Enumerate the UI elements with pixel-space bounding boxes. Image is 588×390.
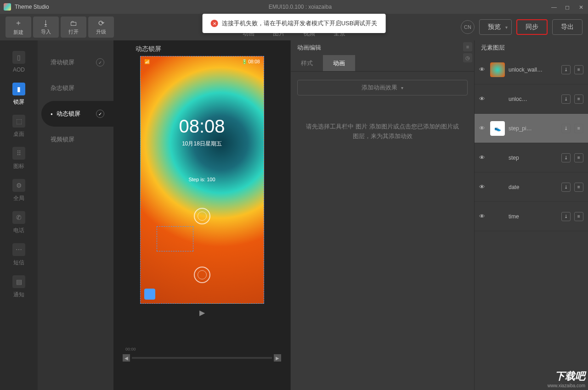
menu-icon[interactable]: ≡	[574, 153, 583, 162]
menu-icon[interactable]: ≡	[574, 212, 583, 221]
layer-row[interactable]: 👁 time ⤓ ≡	[475, 202, 588, 231]
lock-icon: ▮	[12, 83, 25, 95]
phone-date: 10月18日星期五	[141, 140, 264, 148]
layer-row[interactable]: 👁 date ⤓ ≡	[475, 173, 588, 202]
visibility-icon[interactable]: 👁	[479, 213, 486, 220]
corner-widget-icon[interactable]	[144, 289, 155, 300]
layer-row[interactable]: 👁 👟 step_pi… ⤓ ≡	[475, 114, 588, 143]
lockscreen-sublist: 滑动锁屏✓ 杂志锁屏 动态锁屏✓ 视频锁屏	[38, 40, 113, 390]
sidebar-item-icon[interactable]: ⠿图标	[0, 142, 38, 174]
editor-tab-style[interactable]: 样式	[291, 55, 323, 71]
sub-item-dynamic[interactable]: 动态锁屏✓	[41, 101, 113, 127]
visibility-icon[interactable]: 👁	[479, 66, 486, 73]
sync-button[interactable]: 同步	[516, 19, 548, 35]
phone-preview[interactable]: 📶🔋 08:08 08:08 10月18日星期五 Step is: 100	[140, 56, 264, 304]
layers-panel: 元素图层 👁 unlock_wall… ⤓ ≡ 👁 unloc… ⤓ ≡ 👁 👟…	[474, 40, 588, 390]
visibility-icon[interactable]: 👁	[479, 95, 486, 102]
lock-icon[interactable]: ⤓	[561, 153, 571, 162]
plus-icon: ＋	[15, 18, 22, 28]
minimize-icon[interactable]: —	[551, 4, 557, 10]
app-logo-icon	[4, 3, 11, 11]
aod-icon: ▯	[12, 51, 25, 64]
fingerprint-icon	[194, 208, 210, 224]
maximize-icon[interactable]: ◻	[565, 4, 571, 10]
lock-icon[interactable]: ⤓	[561, 65, 571, 74]
new-button[interactable]: ＋新建	[6, 17, 31, 38]
add-effect-button[interactable]: 添加动画效果▾	[297, 80, 468, 95]
lock-icon[interactable]: ⤓	[561, 183, 571, 192]
error-icon: ✕	[211, 20, 218, 27]
visibility-icon[interactable]: 👁	[479, 184, 486, 190]
sub-item-magazine[interactable]: 杂志锁屏	[41, 75, 113, 101]
sidebar-item-desktop[interactable]: ⬚桌面	[0, 110, 38, 142]
layer-thumb	[490, 62, 505, 77]
selection-box[interactable]	[157, 226, 193, 251]
window-controls: — ◻ ✕	[551, 4, 584, 10]
desktop-icon: ⬚	[12, 115, 25, 128]
menu-icon[interactable]: ≡	[574, 65, 583, 74]
sidebar-item-lock[interactable]: ▮锁屏	[0, 78, 38, 110]
layer-thumb: 👟	[490, 121, 505, 136]
gear-icon: ⚙	[12, 179, 25, 192]
phone-icon: ✆	[12, 211, 25, 224]
editor-tab-anim[interactable]: 动画	[323, 55, 355, 71]
timeline-track[interactable]	[132, 357, 272, 359]
anim-editor-panel: 动画编辑 样式 动画 添加动画效果▾ 请先选择工具栏中 图片 添加图片或点击您已…	[290, 40, 474, 390]
menu-icon[interactable]: ≡	[574, 95, 583, 104]
layer-row[interactable]: 👁 unlock_wall… ⤓ ≡	[475, 55, 588, 84]
sidebar-item-phone[interactable]: ✆电话	[0, 206, 38, 239]
fingerprint-icon	[194, 267, 210, 283]
toast-message: 连接手机失败，请在手机端开发者模式下开启USB调试开关	[222, 19, 378, 28]
folder-icon: 🗀	[70, 19, 77, 28]
signal-icon: 📶	[144, 59, 150, 64]
sub-item-slide[interactable]: 滑动锁屏✓	[41, 50, 113, 75]
visibility-icon[interactable]: 👁	[479, 125, 486, 132]
battery-icon: 🔋	[242, 59, 247, 64]
notify-icon: ▤	[12, 275, 25, 288]
chevron-down-icon: ▾	[505, 25, 508, 30]
clock-icon[interactable]: ◷	[463, 53, 472, 62]
timeline-next-button[interactable]: ▶	[274, 354, 281, 362]
preview-button[interactable]: 预览▾	[479, 19, 512, 35]
layer-row[interactable]: 👁 unloc… ⤓ ≡	[475, 84, 588, 114]
sidebar-item-notify[interactable]: ▤通知	[0, 271, 38, 303]
project-subtitle: EMUI10.0.100 : xoiazaiba	[49, 4, 551, 10]
app-title: Theme Studio	[15, 4, 49, 10]
sidebar-item-aod[interactable]: ▯AOD	[0, 46, 38, 78]
menu-icon[interactable]: ≡	[574, 124, 583, 133]
timeline-prev-button[interactable]: ◀	[123, 354, 130, 362]
lock-icon[interactable]: ⤓	[561, 95, 571, 104]
upgrade-button[interactable]: ⟳升级	[88, 17, 114, 38]
watermark: 下载吧 www.xiazaiba.com	[548, 369, 585, 388]
language-button[interactable]: CN	[461, 20, 475, 34]
canvas-title: 动态锁屏	[136, 45, 161, 53]
sms-icon: ⋯	[12, 243, 25, 256]
left-sidebar: ▯AOD ▮锁屏 ⬚桌面 ⠿图标 ⚙全局 ✆电话 ⋯短信 ▤通知	[0, 40, 38, 390]
close-icon[interactable]: ✕	[579, 4, 584, 10]
lock-icon[interactable]: ⤓	[561, 212, 571, 221]
check-icon: ✓	[96, 110, 104, 118]
chevron-down-icon: ▾	[401, 85, 403, 90]
open-button[interactable]: 🗀打开	[61, 17, 86, 38]
layers-stack-icon[interactable]: ≡	[463, 42, 472, 51]
sidebar-item-global[interactable]: ⚙全局	[0, 174, 38, 206]
lock-icon[interactable]: ⤓	[561, 124, 571, 133]
import-button[interactable]: ⭳导入	[33, 17, 59, 38]
menu-icon[interactable]: ≡	[574, 183, 583, 192]
phone-clock: 08:08	[141, 116, 264, 137]
titlebar: Theme Studio EMUI10.0.100 : xoiazaiba — …	[0, 0, 588, 14]
error-toast: ✕ 连接手机失败，请在手机端开发者模式下开启USB调试开关	[203, 14, 386, 33]
visibility-icon[interactable]: 👁	[479, 154, 486, 161]
phone-statusbar: 📶🔋 08:08	[144, 59, 260, 64]
sidebar-item-sms[interactable]: ⋯短信	[0, 239, 38, 271]
layers-title: 元素图层	[475, 40, 588, 55]
grid-icon: ⠿	[12, 147, 25, 160]
upgrade-icon: ⟳	[98, 19, 104, 28]
play-button[interactable]: ▶	[199, 308, 205, 317]
export-button[interactable]: 导出	[552, 19, 582, 35]
sub-item-video[interactable]: 视频锁屏	[41, 127, 113, 152]
timeline-zero-label: 00:00	[125, 347, 136, 351]
canvas-area: 动态锁屏 📶🔋 08:08 08:08 10月18日星期五 Step is: 1…	[113, 40, 290, 390]
editor-title: 动画编辑	[297, 44, 321, 52]
layer-row[interactable]: 👁 step ⤓ ≡	[475, 143, 588, 173]
